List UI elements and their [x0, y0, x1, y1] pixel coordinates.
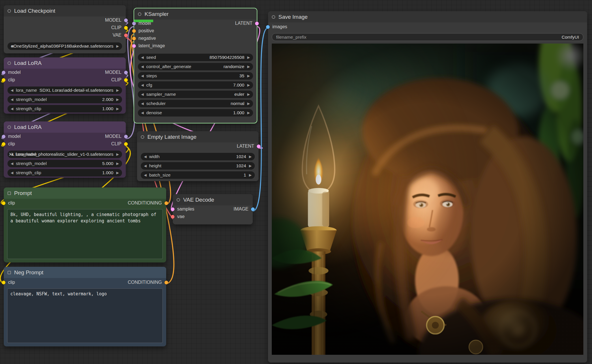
input-slot-negative[interactable]: negative — [132, 36, 156, 41]
widget-strength-clip[interactable]: ◀ strength_clip 1.000 ▶ — [8, 169, 122, 177]
increment-arrow-icon[interactable]: ▶ — [115, 97, 120, 102]
node-load-checkpoint[interactable]: Load Checkpoint MODEL CLIP VAE ◀ nOneSty… — [4, 5, 126, 53]
vae-output-dot[interactable] — [124, 33, 128, 37]
vae-input-dot[interactable] — [171, 215, 175, 219]
increment-arrow-icon[interactable]: ▶ — [115, 162, 120, 166]
decrement-arrow-icon[interactable]: ◀ — [143, 155, 147, 159]
latent-input-dot[interactable] — [171, 207, 175, 211]
node-titlebar[interactable]: VAE Decode — [173, 194, 253, 205]
widget-ckpt-name[interactable]: ◀ nOneStylized_alpha036FP16Bakedvae.safe… — [8, 42, 122, 50]
clip-output-dot[interactable] — [124, 142, 128, 146]
decrement-arrow-icon[interactable]: ◀ — [140, 111, 145, 115]
node-titlebar[interactable]: Load LoRA — [4, 57, 126, 69]
collapse-icon[interactable] — [8, 125, 11, 129]
increment-arrow-icon[interactable]: ▶ — [246, 111, 251, 115]
decrement-arrow-icon[interactable]: ◀ — [10, 171, 14, 175]
increment-arrow-icon[interactable]: ▶ — [248, 173, 252, 177]
widget-denoise[interactable]: ◀ denoise 1.000 ▶ — [138, 109, 253, 117]
prev-value-arrow-icon[interactable]: ◀ — [140, 92, 145, 96]
collapse-icon[interactable] — [141, 135, 144, 139]
latent-input-dot[interactable] — [132, 44, 136, 48]
increment-arrow-icon[interactable]: ▶ — [246, 55, 251, 59]
collapse-icon[interactable] — [8, 271, 11, 274]
node-empty-latent-image[interactable]: Empty Latent Image LATENT ◀ width 1024 ▶… — [137, 131, 258, 181]
clip-input-dot[interactable] — [2, 281, 5, 284]
latent-output-dot[interactable] — [255, 22, 259, 25]
conditioning-input-dot[interactable] — [132, 29, 136, 33]
widget-cfg[interactable]: ◀ cfg 7.000 ▶ — [138, 81, 253, 89]
decrement-arrow-icon[interactable]: ◀ — [140, 55, 145, 59]
collapse-icon[interactable] — [177, 198, 180, 202]
increment-arrow-icon[interactable]: ▶ — [246, 74, 251, 78]
next-value-arrow-icon[interactable]: ▶ — [246, 92, 251, 96]
clip-input-dot[interactable] — [2, 201, 5, 205]
widget-lora-name[interactable]: ◀ lora_name SDXL Loras\add-detail-xl.saf… — [8, 87, 122, 94]
input-slot-positive[interactable]: positive — [132, 28, 154, 33]
output-slot-clip[interactable]: CLIP — [111, 77, 128, 82]
positive-prompt-textarea[interactable]: 8k, UHD, beautiful lighting, , a cinemat… — [7, 209, 163, 259]
collapse-icon[interactable] — [8, 9, 11, 13]
output-slot-image[interactable]: IMAGE — [233, 207, 255, 212]
widget-scheduler[interactable]: ◀ scheduler normal ▶ — [138, 100, 253, 107]
conditioning-output-dot[interactable] — [164, 281, 168, 284]
output-slot-conditioning[interactable]: CONDITIONING — [128, 280, 168, 285]
increment-arrow-icon[interactable]: ▶ — [248, 164, 252, 168]
output-slot-latent[interactable]: LATENT — [235, 21, 259, 26]
node-load-lora-1[interactable]: Load LoRA model MODEL clip CLIP ◀ lora_n… — [4, 57, 126, 114]
collapse-icon[interactable] — [272, 15, 275, 19]
negative-prompt-textarea[interactable]: cleavage, NSFW, text, watermark, logo — [7, 288, 163, 343]
model-output-dot[interactable] — [124, 18, 128, 22]
next-value-arrow-icon[interactable]: ▶ — [246, 102, 251, 106]
latent-output-dot[interactable] — [257, 145, 261, 148]
input-slot-clip[interactable]: clip — [2, 77, 15, 82]
conditioning-output-dot[interactable] — [164, 201, 168, 205]
model-input-dot[interactable] — [2, 71, 5, 74]
node-neg-prompt[interactable]: Neg Prompt clip CONDITIONING cleavage, N… — [4, 267, 166, 346]
widget-sampler-name[interactable]: ◀ sampler_name euler ▶ — [138, 91, 253, 98]
clip-output-dot[interactable] — [124, 78, 128, 82]
increment-arrow-icon[interactable]: ▶ — [248, 155, 252, 159]
next-value-arrow-icon[interactable]: ▶ — [115, 152, 120, 156]
node-save-image[interactable]: Save Image images filename_prefix ComfyU… — [268, 11, 587, 363]
widget-strength-model[interactable]: ◀ strength_model 2.000 ▶ — [8, 96, 122, 103]
decrement-arrow-icon[interactable]: ◀ — [10, 97, 14, 102]
node-titlebar[interactable]: Load LoRA — [4, 121, 126, 133]
widget-strength-clip[interactable]: ◀ strength_clip 1.000 ▶ — [8, 105, 122, 112]
output-slot-vae[interactable]: VAE — [113, 33, 128, 38]
increment-arrow-icon[interactable]: ▶ — [115, 171, 120, 175]
clip-input-dot[interactable] — [2, 78, 5, 82]
input-slot-clip[interactable]: clip — [2, 141, 15, 147]
decrement-arrow-icon[interactable]: ◀ — [140, 83, 145, 87]
input-slot-images[interactable]: images — [266, 24, 287, 29]
widget-control-after-generate[interactable]: ◀ control_after_generate randomize ▶ — [138, 63, 253, 70]
node-titlebar[interactable]: Prompt — [4, 187, 166, 199]
node-titlebar[interactable]: Load Checkpoint — [4, 5, 126, 16]
collapse-icon[interactable] — [8, 192, 11, 195]
input-slot-model[interactable]: model — [2, 134, 21, 139]
output-slot-latent[interactable]: LATENT — [237, 144, 261, 149]
widget-seed[interactable]: ◀ seed 85075904226508 ▶ — [138, 54, 253, 61]
output-slot-clip[interactable]: CLIP — [111, 25, 128, 30]
node-ksampler[interactable]: KSampler model LATENT positive negative … — [134, 8, 257, 123]
node-titlebar[interactable]: Empty Latent Image — [137, 131, 258, 142]
widget-steps[interactable]: ◀ steps 35 ▶ — [138, 72, 253, 80]
model-input-dot[interactable] — [2, 135, 5, 138]
clip-output-dot[interactable] — [124, 26, 128, 30]
collapse-icon[interactable] — [138, 12, 141, 16]
output-slot-model[interactable]: MODEL — [105, 70, 128, 75]
input-slot-vae[interactable]: vae — [171, 214, 185, 219]
decrement-arrow-icon[interactable]: ◀ — [10, 162, 14, 166]
widget-height[interactable]: ◀ height 1024 ▶ — [141, 162, 255, 170]
node-vae-decode[interactable]: VAE Decode samples IMAGE vae — [173, 194, 253, 224]
model-output-dot[interactable] — [124, 71, 128, 74]
node-titlebar[interactable]: Save Image — [268, 11, 587, 22]
widget-lora-name[interactable]: ◀ lora_name XL Loras\sdxl_photorealistic… — [8, 151, 122, 158]
node-titlebar[interactable]: Neg Prompt — [4, 267, 166, 278]
input-slot-model[interactable]: model — [2, 70, 21, 75]
input-slot-samples[interactable]: samples — [171, 207, 194, 212]
decrement-arrow-icon[interactable]: ◀ — [143, 164, 147, 168]
conditioning-input-dot[interactable] — [132, 37, 136, 40]
decrement-arrow-icon[interactable]: ◀ — [10, 107, 14, 111]
output-slot-model[interactable]: MODEL — [105, 18, 128, 23]
increment-arrow-icon[interactable]: ▶ — [115, 107, 120, 111]
